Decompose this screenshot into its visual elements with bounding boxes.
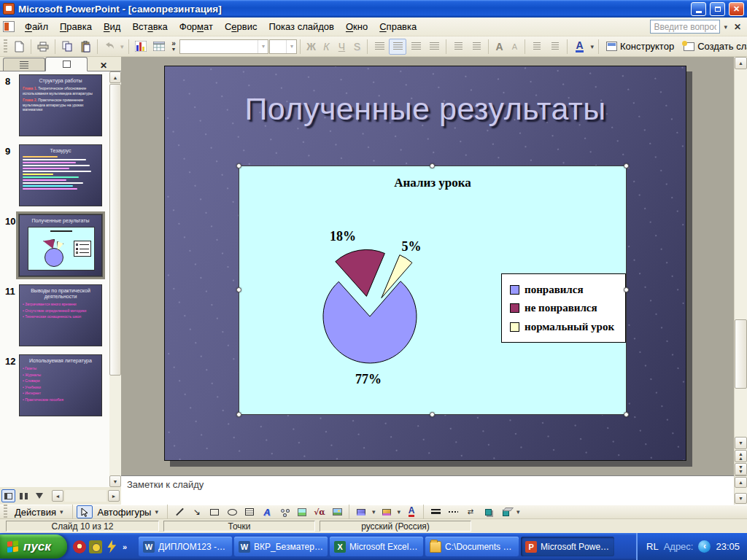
- rectangle-tool-button[interactable]: [206, 505, 222, 518]
- scroll-up-button[interactable]: ▲: [735, 57, 747, 69]
- taskbar-button-3[interactable]: C:\Documents a...: [425, 537, 519, 556]
- draw-font-color-button[interactable]: А: [403, 505, 419, 518]
- textbox-tool-button[interactable]: [241, 505, 258, 518]
- quick-launch-overflow-icon[interactable]: »: [121, 542, 127, 551]
- taskbar-button-2[interactable]: XMicrosoft Excel - ...: [330, 537, 423, 556]
- toolbar-grip[interactable]: [4, 505, 7, 519]
- insert-chart-button[interactable]: [132, 39, 150, 55]
- menu-item-0[interactable]: Файл: [19, 18, 54, 35]
- undo-button[interactable]: [101, 39, 118, 55]
- numbered-list-button[interactable]: [449, 39, 467, 55]
- align-left-button[interactable]: [371, 39, 388, 55]
- taskbar-button-4[interactable]: PMicrosoft Power...: [521, 537, 614, 556]
- chart-object[interactable]: Анализ урока понравилсяне понравилсянорм…: [239, 166, 627, 415]
- drawbar-overflow-icon[interactable]: ▾: [515, 508, 522, 516]
- bold-button[interactable]: Ж: [303, 41, 318, 52]
- font-color-dropdown-icon[interactable]: ▾: [589, 43, 595, 50]
- oval-tool-button[interactable]: [224, 505, 240, 518]
- slide-thumbnail[interactable]: Структура работыГлава 1. Теоретическое о…: [19, 74, 102, 136]
- selection-handle[interactable]: [624, 287, 629, 292]
- paste-button[interactable]: [77, 39, 94, 55]
- slide-thumbnail[interactable]: Используемая литература• Газеты• Журналы…: [19, 354, 102, 416]
- slide-thumbnail[interactable]: Тезаурус: [19, 144, 102, 206]
- draw-actions-button[interactable]: Действия ▾: [11, 506, 69, 518]
- hscroll-track[interactable]: [65, 490, 107, 502]
- scrollbar-thumb[interactable]: [735, 319, 747, 389]
- align-center-button[interactable]: [389, 39, 406, 55]
- fill-color-button[interactable]: [353, 505, 369, 518]
- bullet-list-button[interactable]: [468, 39, 485, 55]
- thumbnails-scrollbar[interactable]: ▲ ▼: [109, 71, 121, 487]
- selection-handle[interactable]: [624, 412, 629, 417]
- minimize-button[interactable]: [691, 2, 706, 16]
- line-tool-button[interactable]: [171, 505, 187, 518]
- restore-button[interactable]: [710, 2, 725, 16]
- menu-item-2[interactable]: Вид: [98, 18, 127, 35]
- quick-launch-icon-3[interactable]: [105, 540, 118, 553]
- autoshapes-button[interactable]: Автофигуры ▾: [94, 506, 164, 518]
- increase-indent-button[interactable]: [546, 39, 564, 55]
- menu-item-8[interactable]: Справка: [374, 18, 422, 35]
- scroll-up-button[interactable]: ▲: [109, 71, 121, 83]
- arrow-tool-button[interactable]: ↘: [189, 505, 205, 518]
- insert-table-button[interactable]: [150, 39, 168, 55]
- quick-launch-icon-2[interactable]: [89, 540, 102, 553]
- print-button[interactable]: [34, 39, 52, 55]
- menu-item-1[interactable]: Правка: [54, 18, 98, 35]
- selection-handle[interactable]: [430, 412, 435, 417]
- ask-dropdown-icon[interactable]: ▾: [722, 23, 729, 31]
- selection-handle[interactable]: [236, 287, 241, 292]
- diagram-button[interactable]: [276, 505, 293, 518]
- pane-close-icon[interactable]: ✕: [98, 61, 109, 71]
- menu-item-7[interactable]: Окно: [340, 18, 374, 35]
- toolbar-overflow[interactable]: » ▼: [169, 41, 179, 52]
- font-name-combobox[interactable]: ▾: [179, 39, 268, 54]
- line-color-dropdown-icon[interactable]: ▾: [396, 508, 403, 516]
- slide-sorter-view-button[interactable]: [17, 489, 31, 502]
- notes-scrollbar[interactable]: ▲ ▼: [735, 475, 747, 505]
- align-right-button[interactable]: [407, 39, 425, 55]
- tab-slides[interactable]: [45, 57, 88, 71]
- new-slide-button[interactable]: Создать слайд: [679, 39, 747, 53]
- text-shadow-button[interactable]: S: [349, 41, 364, 52]
- tray-chevron-icon[interactable]: ‹: [698, 540, 711, 553]
- selection-handle[interactable]: [624, 163, 629, 168]
- font-size-combobox[interactable]: ▾: [269, 39, 297, 54]
- slide-scrollbar-track[interactable]: ▲ ▼ ▲▲ ▼▼: [735, 57, 747, 475]
- document-icon[interactable]: [3, 21, 15, 32]
- toolbar-grip[interactable]: [4, 39, 7, 54]
- selection-handle[interactable]: [236, 412, 241, 417]
- selection-handle[interactable]: [430, 163, 435, 168]
- decrease-font-button[interactable]: А: [507, 42, 522, 51]
- shadow-style-button[interactable]: [480, 505, 496, 518]
- close-button[interactable]: ✕: [729, 2, 744, 16]
- hscroll-left-button[interactable]: ◄: [52, 490, 63, 502]
- dash-style-button[interactable]: [445, 505, 461, 518]
- decrease-indent-button[interactable]: [528, 39, 546, 55]
- slide-thumbnail-selected[interactable]: Полученные результаты: [19, 214, 102, 276]
- tab-outline[interactable]: [3, 58, 45, 71]
- menu-item-3[interactable]: Вставка: [126, 18, 173, 35]
- language-indicator[interactable]: RL: [646, 541, 659, 552]
- start-button[interactable]: пуск: [0, 534, 67, 559]
- notes-panel[interactable]: Заметки к слайду: [121, 475, 734, 505]
- slide-design-button[interactable]: Конструктор: [602, 39, 678, 53]
- slideshow-view-button[interactable]: [32, 489, 46, 502]
- taskbar-button-1[interactable]: WВКР_Безматерн...: [234, 537, 328, 556]
- toolbar-close-icon[interactable]: ✕: [731, 22, 744, 32]
- fill-color-dropdown-icon[interactable]: ▾: [371, 508, 377, 516]
- copy-button[interactable]: [58, 39, 76, 55]
- insert-picture-button[interactable]: [329, 505, 345, 518]
- taskbar-button-0[interactable]: WДИПЛОМ123 - M...: [139, 537, 232, 556]
- wordart-button[interactable]: А: [259, 505, 275, 518]
- italic-button[interactable]: К: [319, 41, 333, 52]
- menu-item-5[interactable]: Сервис: [219, 18, 263, 35]
- previous-slide-button[interactable]: ▲▲: [735, 450, 747, 462]
- line-style-button[interactable]: [427, 505, 444, 518]
- slide-canvas[interactable]: Полученные результаты Анализ урока понра…: [164, 66, 686, 461]
- equation-button[interactable]: √α: [311, 505, 328, 518]
- underline-button[interactable]: Ч: [334, 41, 349, 52]
- scroll-down-button[interactable]: ▼: [735, 437, 747, 449]
- slide-thumbnail[interactable]: Выводы по практической деятельности• Зат…: [19, 284, 102, 346]
- scroll-down-button[interactable]: ▼: [109, 475, 121, 487]
